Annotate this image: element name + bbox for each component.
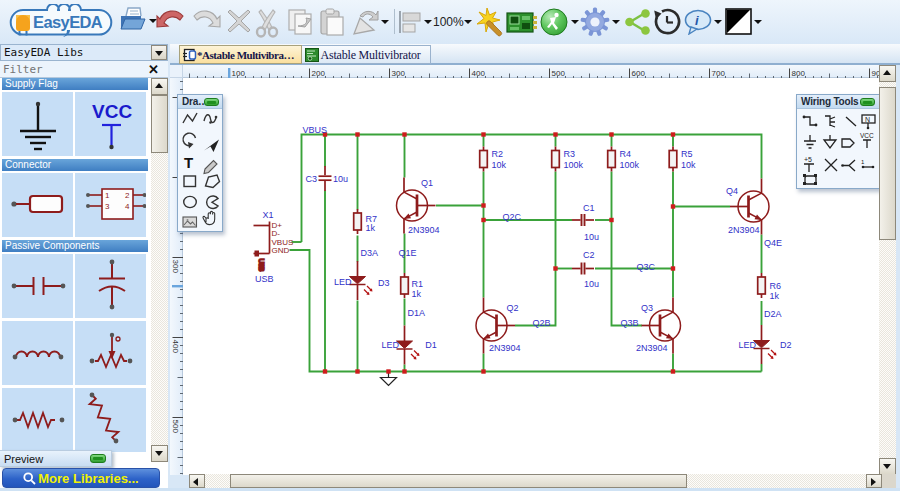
component-tile-capacitor[interactable]	[2, 254, 73, 318]
ruler-corner	[170, 65, 183, 78]
canvas-hscroll-thumb[interactable]	[230, 474, 687, 488]
section-header-supply-flag[interactable]: Supply Flag	[2, 78, 148, 90]
tool-image-icon	[183, 217, 197, 227]
preview-panel-header[interactable]: Preview	[0, 450, 112, 467]
component-tile-header-4pin[interactable]: 1234	[75, 173, 146, 237]
component-tile-resistor[interactable]	[2, 388, 73, 452]
sidebar-scroll-up-button[interactable]	[151, 78, 168, 95]
filter-input[interactable]	[0, 61, 144, 77]
align-icon[interactable]	[398, 10, 422, 34]
run-icon[interactable]	[540, 8, 568, 36]
libs-select[interactable]: EasyEDA Libs	[0, 44, 168, 61]
horizontal-ruler: 100200300400500600700800900	[170, 65, 880, 78]
copy-icon[interactable]	[286, 8, 316, 36]
undo-icon[interactable]	[156, 7, 186, 33]
svg-text:i: i	[695, 13, 699, 28]
open-icon[interactable]	[118, 6, 146, 32]
canvas-scroll-up-button[interactable]	[879, 65, 896, 82]
component-tile-capacitor-polar[interactable]	[75, 254, 146, 318]
more-libraries-button[interactable]: More Libraries...	[2, 468, 160, 488]
delete-icon[interactable]	[227, 9, 251, 33]
preview-label: Preview	[4, 453, 43, 465]
tool-plus5-icon: +5	[804, 156, 812, 163]
left-sidebar: EasyEDA Libs ✕ Supply Flag VCC Connector…	[0, 44, 168, 491]
history-icon[interactable]	[652, 8, 682, 36]
tab-label: *Astable Multivibra…	[197, 49, 294, 61]
svg-text:VCC: VCC	[92, 101, 132, 122]
svg-text:1: 1	[105, 191, 110, 200]
theme-icon[interactable]	[725, 8, 752, 35]
svg-text:4: 4	[125, 202, 130, 211]
help-info-icon[interactable]: i	[684, 9, 712, 35]
sidebar-scroll-thumb[interactable]	[151, 95, 168, 153]
cut-icon[interactable]	[253, 8, 281, 38]
easyeda-logo-icon[interactable]: EasyEDA	[4, 4, 118, 37]
tool-nc-icon	[825, 159, 837, 171]
section-header-passive-components[interactable]: Passive Components	[2, 240, 148, 252]
component-tile-gnd[interactable]	[2, 92, 73, 156]
tool-netflag-icon	[843, 160, 855, 171]
theme-dropdown-arrow[interactable]	[754, 20, 762, 24]
redo-icon[interactable]	[191, 7, 221, 33]
svg-text:100: 100	[232, 69, 246, 78]
share-icon[interactable]	[624, 9, 652, 35]
component-tile-connector-1pin[interactable]	[2, 173, 73, 237]
component-tile-vcc[interactable]: VCC	[75, 92, 146, 156]
libs-select-dropdown-button[interactable]	[151, 45, 167, 60]
section-header-connector[interactable]: Connector	[2, 159, 148, 171]
tool-netport-icon	[842, 139, 854, 147]
svg-text:300: 300	[171, 260, 180, 274]
svg-text:800: 800	[792, 69, 806, 78]
component-tile-inductor[interactable]	[2, 321, 73, 385]
canvas-vertical-scrollbar[interactable]	[879, 65, 896, 475]
canvas-scroll-right-button[interactable]	[866, 474, 882, 488]
tool-pie-icon	[207, 196, 218, 209]
tool-pin-icon: 1	[861, 159, 865, 165]
filter-clear-icon[interactable]: ✕	[148, 63, 159, 76]
svg-text:600: 600	[632, 69, 646, 78]
toolbar-separator	[394, 9, 395, 34]
wiring-tools-grid[interactable]: N VCC +5 1	[797, 109, 879, 188]
component-tile-resistor-diag[interactable]	[75, 388, 146, 452]
sidebar-scroll-down-button[interactable]	[151, 445, 168, 462]
drawing-tools-palette: Dra… T	[177, 94, 223, 232]
svg-text:3: 3	[105, 202, 110, 211]
schematic-doc-icon	[183, 48, 197, 62]
tool-line-icon	[846, 117, 856, 126]
run-dropdown-arrow[interactable]	[571, 20, 579, 24]
zoom-level-label[interactable]: 100%	[433, 15, 464, 29]
main-toolbar: EasyEDA	[0, 0, 900, 44]
zoom-dropdown-arrow[interactable]	[464, 20, 472, 24]
search-icon	[23, 472, 36, 485]
paste-icon[interactable]	[319, 8, 345, 36]
align-dropdown-arrow[interactable]	[424, 20, 432, 24]
component-library-list: Supply Flag VCC Connector 1234Passive Co…	[0, 78, 150, 491]
tool-ground-icon	[804, 135, 816, 148]
settings-dropdown-arrow[interactable]	[612, 20, 620, 24]
tool-polyline-icon	[183, 113, 197, 123]
schematic-canvas[interactable]	[183, 78, 879, 475]
canvas-scroll-down-button[interactable]	[879, 458, 896, 475]
wiring-tools-title[interactable]: Wiring Tools	[797, 95, 879, 109]
tab-pcb-astable-multivibrator[interactable]: Astable Multivibrator	[302, 45, 431, 64]
canvas-horizontal-scrollbar[interactable]	[189, 474, 882, 488]
pcb-icon[interactable]	[506, 10, 538, 35]
svg-text:EasyEDA: EasyEDA	[33, 13, 103, 31]
canvas-scroll-left-button[interactable]	[189, 474, 205, 488]
help-dropdown-arrow[interactable]	[714, 20, 722, 24]
settings-gear-icon[interactable]	[580, 7, 610, 37]
wiring-tools-collapse-button[interactable]	[860, 98, 875, 106]
drawing-tools-collapse-button[interactable]	[204, 98, 219, 106]
rotate-icon[interactable]	[350, 8, 380, 36]
drawing-tools-grid[interactable]: T	[178, 109, 222, 231]
wizard-icon[interactable]	[474, 5, 506, 39]
component-tile-potentiometer[interactable]	[75, 321, 146, 385]
tool-pencil-icon	[204, 161, 217, 174]
canvas-vscroll-thumb[interactable]	[879, 87, 896, 240]
drawing-tools-title[interactable]: Dra…	[178, 95, 222, 109]
preview-collapse-button[interactable]	[90, 454, 106, 463]
rotate-dropdown-arrow[interactable]	[381, 20, 389, 24]
tab-schematic-astable-multivibrator[interactable]: *Astable Multivibra…	[179, 45, 302, 64]
sidebar-scrollbar[interactable]	[151, 78, 168, 462]
tool-drag-icon	[203, 211, 215, 224]
